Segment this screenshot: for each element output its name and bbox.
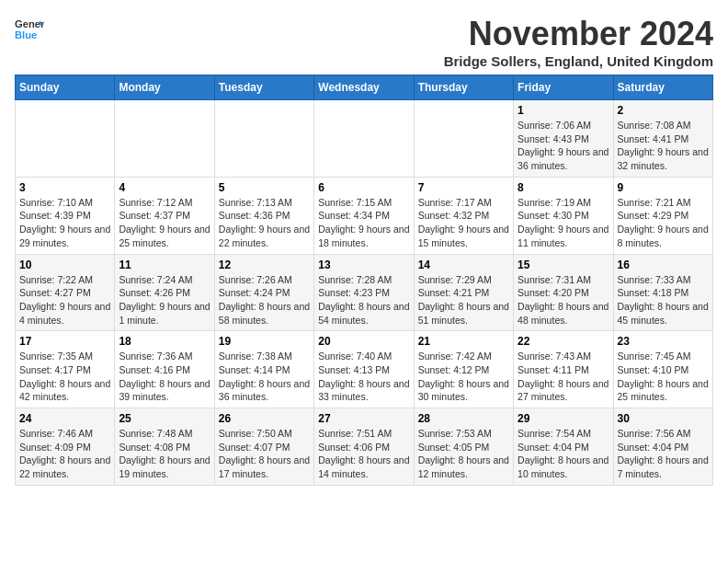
day-info: Sunrise: 7:50 AMSunset: 4:07 PMDaylight:… (219, 427, 310, 481)
calendar-cell: 25Sunrise: 7:48 AMSunset: 4:08 PMDayligh… (115, 408, 214, 486)
calendar-cell: 5Sunrise: 7:13 AMSunset: 4:36 PMDaylight… (214, 177, 313, 254)
day-number: 11 (119, 259, 210, 271)
day-number: 27 (318, 412, 409, 425)
calendar-cell: 1Sunrise: 7:06 AMSunset: 4:43 PMDaylight… (514, 100, 613, 178)
day-number: 24 (19, 412, 110, 425)
day-info: Sunrise: 7:54 AMSunset: 4:04 PMDaylight:… (518, 427, 609, 481)
calendar-table: SundayMondayTuesdayWednesdayThursdayFrid… (15, 75, 713, 486)
weekday-header-wednesday: Wednesday (314, 75, 414, 100)
calendar-cell: 24Sunrise: 7:46 AMSunset: 4:09 PMDayligh… (16, 408, 115, 486)
day-number: 13 (318, 259, 409, 271)
calendar-week-4: 17Sunrise: 7:35 AMSunset: 4:17 PMDayligh… (16, 331, 713, 408)
weekday-header-saturday: Saturday (613, 75, 712, 100)
day-info: Sunrise: 7:24 AMSunset: 4:26 PMDaylight:… (119, 273, 210, 327)
calendar-cell (414, 100, 513, 178)
calendar-cell: 10Sunrise: 7:22 AMSunset: 4:27 PMDayligh… (16, 254, 115, 331)
day-info: Sunrise: 7:51 AMSunset: 4:06 PMDaylight:… (318, 427, 409, 481)
calendar-cell: 18Sunrise: 7:36 AMSunset: 4:16 PMDayligh… (115, 331, 214, 408)
day-info: Sunrise: 7:40 AMSunset: 4:13 PMDaylight:… (318, 350, 409, 404)
calendar-cell: 26Sunrise: 7:50 AMSunset: 4:07 PMDayligh… (214, 408, 313, 486)
calendar-cell: 7Sunrise: 7:17 AMSunset: 4:32 PMDaylight… (414, 177, 513, 254)
calendar-cell: 13Sunrise: 7:28 AMSunset: 4:23 PMDayligh… (314, 254, 414, 331)
calendar-cell: 14Sunrise: 7:29 AMSunset: 4:21 PMDayligh… (414, 254, 513, 331)
calendar-week-3: 10Sunrise: 7:22 AMSunset: 4:27 PMDayligh… (16, 254, 713, 331)
weekday-header-friday: Friday (514, 75, 613, 100)
calendar-week-5: 24Sunrise: 7:46 AMSunset: 4:09 PMDayligh… (16, 408, 713, 486)
day-info: Sunrise: 7:08 AMSunset: 4:41 PMDaylight:… (618, 119, 709, 173)
day-number: 18 (119, 335, 210, 348)
day-number: 5 (219, 181, 310, 194)
day-number: 15 (518, 259, 609, 271)
day-number: 22 (518, 335, 609, 348)
day-info: Sunrise: 7:29 AMSunset: 4:21 PMDaylight:… (418, 273, 509, 327)
calendar-cell: 19Sunrise: 7:38 AMSunset: 4:14 PMDayligh… (214, 331, 313, 408)
svg-text:Blue: Blue (15, 29, 37, 40)
day-info: Sunrise: 7:46 AMSunset: 4:09 PMDaylight:… (19, 427, 110, 481)
logo: General Blue (15, 15, 44, 44)
calendar-cell: 3Sunrise: 7:10 AMSunset: 4:39 PMDaylight… (16, 177, 115, 254)
day-info: Sunrise: 7:06 AMSunset: 4:43 PMDaylight:… (518, 119, 609, 173)
calendar-cell: 4Sunrise: 7:12 AMSunset: 4:37 PMDaylight… (115, 177, 214, 254)
day-info: Sunrise: 7:19 AMSunset: 4:30 PMDaylight:… (518, 196, 609, 250)
day-number: 10 (19, 259, 110, 271)
day-info: Sunrise: 7:56 AMSunset: 4:04 PMDaylight:… (618, 427, 709, 481)
location-subtitle: Bridge Sollers, England, United Kingdom (444, 53, 713, 69)
day-number: 2 (618, 104, 709, 117)
calendar-cell: 28Sunrise: 7:53 AMSunset: 4:05 PMDayligh… (414, 408, 513, 486)
title-area: November 2024 Bridge Sollers, England, U… (444, 15, 713, 69)
day-number: 14 (418, 259, 509, 271)
calendar-body: 1Sunrise: 7:06 AMSunset: 4:43 PMDaylight… (16, 100, 713, 486)
day-info: Sunrise: 7:35 AMSunset: 4:17 PMDaylight:… (19, 350, 110, 404)
day-info: Sunrise: 7:26 AMSunset: 4:24 PMDaylight:… (219, 273, 310, 327)
day-number: 30 (618, 412, 709, 425)
calendar-cell: 17Sunrise: 7:35 AMSunset: 4:17 PMDayligh… (16, 331, 115, 408)
calendar-cell: 8Sunrise: 7:19 AMSunset: 4:30 PMDaylight… (514, 177, 613, 254)
day-info: Sunrise: 7:45 AMSunset: 4:10 PMDaylight:… (618, 350, 709, 404)
day-number: 25 (119, 412, 210, 425)
calendar-cell: 12Sunrise: 7:26 AMSunset: 4:24 PMDayligh… (214, 254, 313, 331)
day-number: 6 (318, 181, 409, 194)
day-info: Sunrise: 7:36 AMSunset: 4:16 PMDaylight:… (119, 350, 210, 404)
day-info: Sunrise: 7:17 AMSunset: 4:32 PMDaylight:… (418, 196, 509, 250)
day-info: Sunrise: 7:12 AMSunset: 4:37 PMDaylight:… (119, 196, 210, 250)
calendar-cell: 29Sunrise: 7:54 AMSunset: 4:04 PMDayligh… (514, 408, 613, 486)
day-number: 8 (518, 181, 609, 194)
day-info: Sunrise: 7:22 AMSunset: 4:27 PMDaylight:… (19, 273, 110, 327)
day-info: Sunrise: 7:42 AMSunset: 4:12 PMDaylight:… (418, 350, 509, 404)
weekday-header-monday: Monday (115, 75, 214, 100)
day-info: Sunrise: 7:15 AMSunset: 4:34 PMDaylight:… (318, 196, 409, 250)
day-number: 16 (618, 259, 709, 271)
calendar-week-1: 1Sunrise: 7:06 AMSunset: 4:43 PMDaylight… (16, 100, 713, 178)
calendar-cell: 15Sunrise: 7:31 AMSunset: 4:20 PMDayligh… (514, 254, 613, 331)
calendar-cell (214, 100, 313, 178)
calendar-cell: 11Sunrise: 7:24 AMSunset: 4:26 PMDayligh… (115, 254, 214, 331)
weekday-header-thursday: Thursday (414, 75, 513, 100)
weekday-header-row: SundayMondayTuesdayWednesdayThursdayFrid… (16, 75, 713, 100)
day-number: 21 (418, 335, 509, 348)
day-number: 23 (618, 335, 709, 348)
day-info: Sunrise: 7:28 AMSunset: 4:23 PMDaylight:… (318, 273, 409, 327)
day-info: Sunrise: 7:48 AMSunset: 4:08 PMDaylight:… (119, 427, 210, 481)
day-info: Sunrise: 7:38 AMSunset: 4:14 PMDaylight:… (219, 350, 310, 404)
day-number: 3 (19, 181, 110, 194)
day-number: 1 (518, 104, 609, 117)
logo-icon: General Blue (15, 15, 44, 44)
weekday-header-sunday: Sunday (16, 75, 115, 100)
calendar-cell: 21Sunrise: 7:42 AMSunset: 4:12 PMDayligh… (414, 331, 513, 408)
calendar-cell: 30Sunrise: 7:56 AMSunset: 4:04 PMDayligh… (613, 408, 712, 486)
day-info: Sunrise: 7:43 AMSunset: 4:11 PMDaylight:… (518, 350, 609, 404)
day-number: 19 (219, 335, 310, 348)
day-number: 12 (219, 259, 310, 271)
day-info: Sunrise: 7:53 AMSunset: 4:05 PMDaylight:… (418, 427, 509, 481)
calendar-cell: 16Sunrise: 7:33 AMSunset: 4:18 PMDayligh… (613, 254, 712, 331)
calendar-cell (115, 100, 214, 178)
calendar-cell: 9Sunrise: 7:21 AMSunset: 4:29 PMDaylight… (613, 177, 712, 254)
day-number: 20 (318, 335, 409, 348)
calendar-cell: 27Sunrise: 7:51 AMSunset: 4:06 PMDayligh… (314, 408, 414, 486)
month-title: November 2024 (444, 15, 713, 53)
calendar-week-2: 3Sunrise: 7:10 AMSunset: 4:39 PMDaylight… (16, 177, 713, 254)
day-info: Sunrise: 7:13 AMSunset: 4:36 PMDaylight:… (219, 196, 310, 250)
calendar-cell: 22Sunrise: 7:43 AMSunset: 4:11 PMDayligh… (514, 331, 613, 408)
weekday-header-tuesday: Tuesday (214, 75, 313, 100)
calendar-cell: 20Sunrise: 7:40 AMSunset: 4:13 PMDayligh… (314, 331, 414, 408)
